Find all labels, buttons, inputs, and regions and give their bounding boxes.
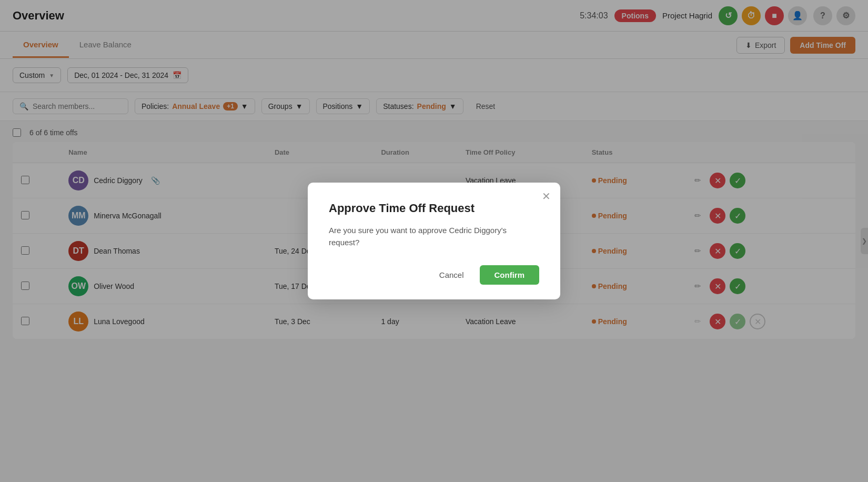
- approve-modal: ✕ Approve Time Off Request Are you sure …: [308, 183, 560, 299]
- modal-title: Approve Time Off Request: [329, 202, 539, 215]
- modal-actions: Cancel Confirm: [329, 265, 539, 285]
- modal-body: Are you sure you want to approve Cedric …: [329, 225, 539, 248]
- cancel-button[interactable]: Cancel: [430, 265, 473, 285]
- modal-close-button[interactable]: ✕: [542, 191, 551, 202]
- modal-overlay: ✕ Approve Time Off Request Are you sure …: [0, 0, 868, 384]
- confirm-button[interactable]: Confirm: [480, 265, 540, 285]
